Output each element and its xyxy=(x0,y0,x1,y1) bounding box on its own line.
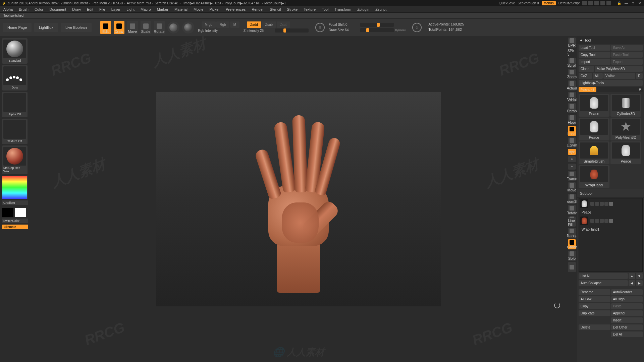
tab-home[interactable]: Home Page xyxy=(3,23,32,32)
swatch-black[interactable] xyxy=(2,208,13,217)
saveas-button[interactable]: Save As xyxy=(611,45,643,51)
down-button[interactable]: ▼ xyxy=(636,273,643,279)
scroll-button[interactable]: Scroll xyxy=(568,58,576,68)
tool-item-simplebrush[interactable]: SimpleBrush xyxy=(579,141,609,164)
frame-button[interactable]: Frame xyxy=(568,171,576,181)
material-thumb[interactable]: MatCap Red Wax xyxy=(2,145,28,174)
stroke-preview-icon[interactable]: S xyxy=(315,23,325,32)
axis1-button[interactable]: ⊕ xyxy=(568,156,576,162)
z-intensity-slider[interactable] xyxy=(275,28,309,33)
delother-button[interactable]: Del Other xyxy=(611,324,643,330)
xyz-button[interactable]: xyz xyxy=(568,149,576,155)
dynamic-label[interactable]: Dynamic xyxy=(395,28,406,32)
autocollapse-button[interactable]: Auto Collapse xyxy=(579,280,628,286)
xpose-button[interactable] xyxy=(568,262,576,272)
zadd-button[interactable]: Zadd xyxy=(247,21,261,28)
aahalf-button[interactable]: AAHalf xyxy=(568,92,576,102)
menu-document[interactable]: Document xyxy=(49,7,66,11)
alpha-thumb[interactable]: Alpha Off xyxy=(2,92,28,117)
copytool-button[interactable]: Copy Tool xyxy=(579,52,610,58)
menu-edit[interactable]: Edit xyxy=(87,7,93,11)
swatch-white[interactable] xyxy=(15,208,26,217)
mrgb-button[interactable]: Mrgb xyxy=(202,21,216,28)
goz-button[interactable]: GoZ xyxy=(579,73,592,79)
rename-button[interactable]: Rename xyxy=(579,289,610,295)
clone-button[interactable]: Clone xyxy=(579,66,594,72)
bpr-button[interactable]: BPR xyxy=(568,38,576,48)
insert-button[interactable]: Insert xyxy=(611,317,643,323)
layout-icon[interactable] xyxy=(594,1,599,5)
texture-thumb[interactable]: Texture Off xyxy=(2,119,28,144)
minimize-button[interactable]: — xyxy=(624,1,629,5)
viewport[interactable] xyxy=(156,92,441,306)
actual-button[interactable]: Actual xyxy=(568,80,576,90)
menu-macro[interactable]: Macro xyxy=(141,7,151,11)
menu-alpha[interactable]: Alpha xyxy=(3,7,13,11)
menu-preferences[interactable]: Preferences xyxy=(226,7,246,11)
arrow-button[interactable]: ◀ xyxy=(629,280,635,286)
menu-picker[interactable]: Picker xyxy=(209,7,220,11)
subtool-header[interactable]: Subtool xyxy=(577,189,644,197)
menu-color[interactable]: Color xyxy=(35,7,43,11)
tool-item-polymesh[interactable]: PolyMesh3D xyxy=(610,118,641,140)
menu-file[interactable]: File xyxy=(99,7,105,11)
focal-shift-label[interactable]: Focal Shift 0 xyxy=(329,23,359,26)
alllow-button[interactable]: All Low xyxy=(579,296,610,302)
pastetool-button[interactable]: Paste Tool xyxy=(611,52,643,58)
axis2-button[interactable]: ⊕ xyxy=(568,164,576,170)
menu-light[interactable]: Light xyxy=(126,7,135,11)
persp-button[interactable]: Persp xyxy=(568,103,576,113)
delete-button[interactable]: Delete xyxy=(579,324,610,330)
subtool-item[interactable] xyxy=(579,198,642,209)
m-button[interactable]: M xyxy=(230,21,239,28)
up-button[interactable]: ▲ xyxy=(629,273,635,279)
sculptris-button[interactable] xyxy=(167,21,179,34)
tab-livebool[interactable]: Live Boolean xyxy=(61,23,92,32)
alternate-button[interactable]: Alternate xyxy=(2,225,28,229)
z-intensity-label[interactable]: Z Intensity 25 xyxy=(244,29,274,33)
floor-button[interactable]: Floor xyxy=(568,115,576,125)
delall-button[interactable]: Del All xyxy=(611,331,643,337)
listall-button[interactable]: List All xyxy=(579,273,628,279)
tool-item-peace3[interactable]: Peace xyxy=(610,141,641,164)
all-button[interactable]: All xyxy=(593,73,603,79)
paste-button[interactable]: Paste xyxy=(611,303,643,309)
menu-marker[interactable]: Marker xyxy=(157,7,168,11)
brush-thumb[interactable]: Standard xyxy=(2,38,28,64)
menu-brush[interactable]: Brush xyxy=(19,7,29,11)
menu-draw[interactable]: Draw xyxy=(72,7,81,11)
tool-item-peace2[interactable]: Peace xyxy=(579,118,609,140)
spix-label[interactable]: SPix 3 xyxy=(568,49,576,56)
mode-draw[interactable]: Draw xyxy=(114,21,124,34)
layout-icon[interactable] xyxy=(606,1,611,5)
subtool-item[interactable] xyxy=(579,216,642,226)
defaultzscript[interactable]: DefaultZScript xyxy=(558,1,580,5)
ghost-button[interactable]: Ghost xyxy=(568,239,576,249)
menus-button[interactable]: Menus xyxy=(542,1,556,5)
eye-icon[interactable] xyxy=(609,202,613,206)
menu-tool[interactable]: Tool xyxy=(322,7,328,11)
menu-zscript[interactable]: Zscript xyxy=(375,7,386,11)
eye-icon[interactable] xyxy=(609,219,613,223)
visible-button[interactable]: Visible xyxy=(603,73,635,79)
menu-texture[interactable]: Texture xyxy=(304,7,316,11)
tool-item-cylinder[interactable]: Cylinder3D xyxy=(610,94,641,117)
menu-render[interactable]: Render xyxy=(252,7,264,11)
allhigh-button[interactable]: All High xyxy=(611,296,643,302)
gizmo-button[interactable] xyxy=(182,21,194,34)
stroke-thumb[interactable]: Dots xyxy=(2,65,28,90)
menu-material[interactable]: Material xyxy=(174,7,187,11)
close-button[interactable]: ✕ xyxy=(637,1,642,5)
transp-button[interactable]: Transp xyxy=(568,228,576,238)
lsym-button[interactable]: L.Sym xyxy=(568,137,576,147)
move3d-button[interactable]: Move xyxy=(568,182,576,192)
menu-zplugin[interactable]: Zplugin xyxy=(357,7,369,11)
copy-button[interactable]: Copy xyxy=(579,303,610,309)
draw-size-slider[interactable] xyxy=(360,28,394,32)
zsub-button[interactable]: Zsub xyxy=(262,21,276,28)
zoom-button[interactable]: Zoom xyxy=(568,69,576,79)
append-button[interactable]: Append xyxy=(611,310,643,316)
rotate3d-button[interactable]: Rotate xyxy=(568,205,576,215)
zcut-button[interactable]: Zcut xyxy=(277,21,290,28)
local-button[interactable]: Local xyxy=(568,126,576,136)
